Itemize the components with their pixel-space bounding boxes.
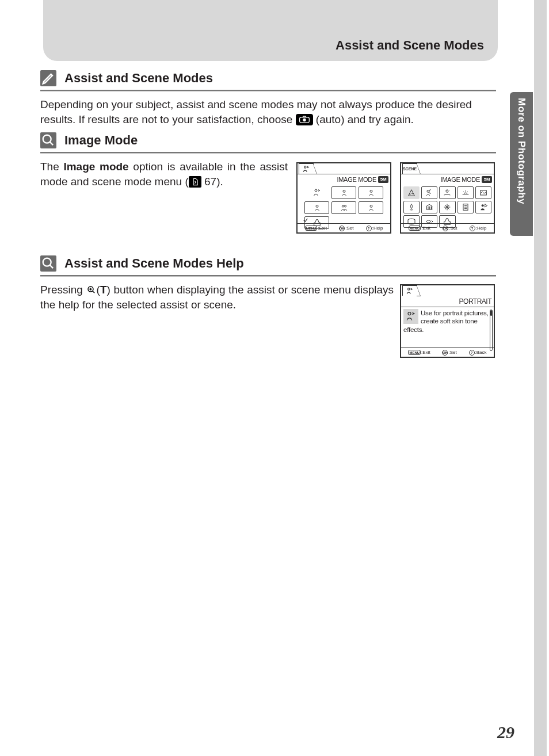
section-title: Assist and Scene Modes Help [64,256,244,271]
footer-set: :Set [449,226,457,231]
question-circle-icon: ? [470,226,475,231]
portrait-thumb-icon [403,309,418,324]
cell-backlight-icon [475,201,491,213]
ok-circle-icon: OK [443,226,448,231]
body-text: 67). [201,175,223,188]
cell-person-icon [304,201,329,214]
scrollbar [490,310,493,351]
side-chapter-label: More on Photography [516,98,527,204]
camera-auto-icon [296,114,313,125]
ok-circle-icon: OK [442,350,448,356]
footer-back: :Back [475,350,487,355]
body-text: (auto) and try again. [316,113,414,125]
lcd-footer: MENU:Exit OK:Set ?:Help [401,223,494,232]
lcd-footer: MENU:Exit OK:Set ?:Back [401,348,494,357]
section-body: Depending on your subject, assist and sc… [40,97,496,127]
svg-point-6 [370,190,372,192]
cell-night-portrait-icon [421,186,437,199]
section-assist-scene: Assist and Scene Modes Depending on your… [40,70,496,127]
cell-person-icon [359,201,383,214]
cell-person-icon [331,186,356,199]
lcd-title: IMAGE MODE [337,176,376,183]
page-number: 29 [497,723,514,742]
badge-5m: 5M [482,176,492,183]
cell-sunset-icon [458,186,474,199]
lcd-scene-menu: SCENE IMAGE MODE 5M MENU:Exit OK:Set ?:H… [400,162,495,234]
page-gutter [534,0,547,756]
ok-circle-icon: OK [339,226,345,231]
footer-set: :Set [345,226,353,231]
lcd-tab-assist-icon [299,163,314,174]
menu-pill-icon: MENU [305,226,318,231]
footer-exit: :Exit [421,226,430,231]
section-divider [40,275,496,277]
cell-dusk-dawn-icon [475,186,491,199]
lcd-assist-menu: IMAGE MODE 5M MENU:Exit OK:Set ?:Help [296,162,391,234]
menu-pill-icon: MENU [409,226,421,231]
footer-help: :Help [372,226,383,231]
section-divider [40,152,496,154]
body-text-bold: Image mode [63,161,128,173]
cell-beach-icon [439,186,455,199]
section-image-mode: Image Mode The Image mode option is avai… [40,132,496,189]
section-title: Assist and Scene Modes [64,71,213,86]
page-header-title: Assist and Scene Modes [336,38,484,53]
svg-point-11 [410,194,410,194]
pencil-note-icon [40,70,56,86]
help-lcd-title: PORTRAIT [401,296,494,307]
svg-point-9 [344,205,346,207]
svg-point-5 [343,190,345,192]
svg-point-21 [408,312,411,315]
svg-point-14 [446,190,448,192]
lcd-footer: MENU:Exit OK:Set ?:Help [298,223,390,232]
cell-closeup-icon [403,201,420,213]
footer-exit: :Exit [318,226,327,231]
svg-point-3 [304,166,307,168]
lcd-tab-assist-icon [402,285,417,296]
menu-pill-icon: MENU [408,350,421,355]
badge-5m: 5M [378,176,388,183]
cell-portrait-assist-icon [304,186,329,199]
svg-point-7 [316,205,318,207]
info-tip-icon [40,255,56,272]
cell-two-person-icon [331,201,356,214]
question-circle-icon: ? [366,226,372,231]
body-text: Pressing [40,284,86,296]
footer-set: :Set [448,350,456,355]
lcd-help-panel: PORTRAIT Use for portrait pictures, crea… [400,284,495,358]
svg-point-17 [482,204,484,207]
info-tip-icon [40,132,56,148]
question-circle-icon: ? [469,350,475,356]
cell-fireworks-icon [439,201,455,213]
footer-exit: :Exit [421,350,430,355]
svg-point-10 [370,205,372,207]
svg-point-12 [412,193,413,194]
svg-point-4 [315,189,317,192]
svg-point-20 [408,288,410,290]
cell-person-icon [359,186,383,199]
cell-museum-icon [421,201,437,213]
body-text-bold: T [100,284,107,296]
lcd-tab-scene: SCENE [402,163,417,174]
svg-point-1 [303,119,305,121]
body-text: The [40,161,63,173]
footer-help: :Help [476,226,487,231]
zoom-in-icon [86,285,97,295]
cell-party-icon [403,186,420,199]
cell-copy-icon [458,201,474,213]
page-reference-icon [189,176,201,188]
section-body: The Image mode option is available in th… [40,159,288,189]
svg-point-8 [342,205,344,207]
section-body: Pressing (T) button when displaying the … [40,282,394,312]
section-title: Image Mode [64,133,138,148]
section-help: Assist and Scene Modes Help Pressing (T)… [40,255,496,312]
side-chapter-tab: More on Photography [510,92,533,236]
page-header-panel: Assist and Scene Modes [43,0,498,61]
section-divider [40,90,496,91]
lcd-title: IMAGE MODE [440,176,480,183]
